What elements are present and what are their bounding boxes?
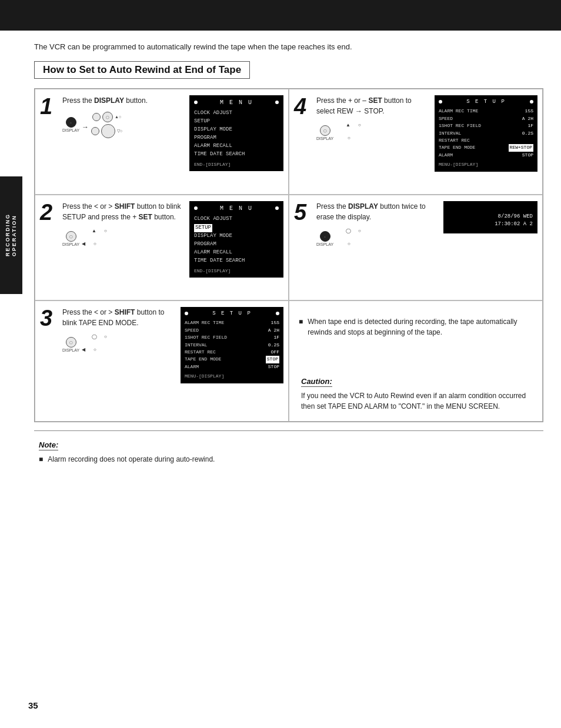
step4-btn-group: ▲ ○ ○ xyxy=(336,122,366,143)
row-tape-end-4: TAPE END MODE REW+STOP xyxy=(439,144,533,151)
step5-c6: ○ xyxy=(348,241,356,249)
step2-circle4: ◀ xyxy=(82,241,90,249)
menu-item-program-2: PROGRAM xyxy=(194,241,279,249)
dot-left-4 xyxy=(439,100,442,103)
row-label: SPEED xyxy=(439,115,453,122)
step2-circle3: ○ xyxy=(104,228,112,236)
step-5-content: Press the DISPLAY button twice to erase … xyxy=(316,201,439,249)
step-4-screen: S E T U P ALARM REC TIME 15S SPEED A 2H … xyxy=(435,95,537,172)
intro-text: The VCR can be programmed to automatical… xyxy=(34,41,543,53)
step4-circle2: ▲ xyxy=(346,122,356,133)
row-val: 0.2S xyxy=(522,130,533,137)
step5-btn-group: ◯ ○ ○ xyxy=(336,228,366,249)
row-label: 1SHOT REC FIELD xyxy=(185,334,227,341)
note-body: Alarm recording does not operate during … xyxy=(48,454,215,465)
menu-item-clock: CLOCK ADJUST xyxy=(194,109,279,118)
step-1-text: Press the DISPLAY button. xyxy=(62,95,185,106)
step2-btn-group: ▲ ○ ◀ ○ xyxy=(82,228,112,249)
note-text: ■ Alarm recording does not operate durin… xyxy=(39,454,539,465)
menu-item-setup-2: SETUP xyxy=(194,224,212,232)
step-4-text: Press the + or – SET button to select RE… xyxy=(316,95,430,116)
step-5-screen: 8/28/96 WED 17:30:02 A 2 xyxy=(443,201,537,233)
dot-right-2 xyxy=(275,206,279,210)
caution-title: Caution: xyxy=(301,377,332,387)
step-4-number: 4 xyxy=(294,95,312,118)
screen-1-title: M E N U xyxy=(220,98,253,108)
menu-item-time: TIME DATE SEARCH xyxy=(194,151,279,159)
step5-c4 xyxy=(336,241,344,249)
step5-display-circle: ▲ xyxy=(320,231,330,242)
note-title: Note: xyxy=(39,440,58,450)
menu-item-display-mode-2: DISPLAY MODE xyxy=(194,232,279,241)
step-2-vcr-panel: ◯ DISPLAY ▲ ○ ◀ ○ xyxy=(62,228,185,249)
row-restart-3: RESTART REC OFF xyxy=(185,349,279,356)
step-1-content: Press the DISPLAY button. ▲ DISPLAY → ◯ … xyxy=(62,95,185,138)
row-label: RESTART REC xyxy=(185,349,216,356)
row-val: A 2H xyxy=(522,115,533,122)
step5-c2: ◯ xyxy=(346,228,356,239)
step5-c1 xyxy=(336,228,344,236)
step-1-vcr-panel: ▲ DISPLAY → ◯ ▲○ ▽○ xyxy=(62,112,185,138)
step-3-screen: S E T U P ALARM REC TIME 15S SPEED A 2H … xyxy=(181,307,283,383)
step-5-number: 5 xyxy=(294,201,312,223)
row-alarm-4: ALARM STOP xyxy=(439,152,533,159)
step-2-number: 2 xyxy=(40,201,58,223)
dot-right-3 xyxy=(276,312,279,315)
note-section: Note: ■ Alarm recording does not operate… xyxy=(34,439,543,465)
arrow-1: → xyxy=(82,123,89,131)
step3-shift-btn: ◀ xyxy=(82,347,90,355)
step3-c1 xyxy=(82,334,90,342)
row-label: 1SHOT REC FIELD xyxy=(439,122,481,129)
row-val: 1F xyxy=(273,334,279,341)
page-number: 35 xyxy=(28,700,38,710)
row-label: TAPE END MODE xyxy=(185,356,221,363)
row-val: 15S xyxy=(271,319,279,326)
step5-c3: ○ xyxy=(358,228,366,236)
btn-circle-sm3 xyxy=(91,127,99,135)
step-2-screen: M E N U CLOCK ADJUST SETUP DISPLAY MODE … xyxy=(189,201,283,278)
step-5-text: Press the DISPLAY button twice to erase … xyxy=(316,201,439,222)
screen-3-title: S E T U P xyxy=(212,310,252,318)
row-label: RESTART REC xyxy=(439,137,470,144)
step2-display-circle: ◯ xyxy=(66,231,76,242)
step2-circle2: ▲ xyxy=(92,228,102,239)
step3-btn-group: ◯ ○ ◀ ○ xyxy=(82,334,112,355)
menu-item-clock-2: CLOCK ADJUST xyxy=(194,215,279,223)
step4-display-btn: ◯ DISPLAY xyxy=(316,125,333,141)
row-alarm-rec-4: ALARM REC TIME 15S xyxy=(439,108,533,115)
menu-item-program: PROGRAM xyxy=(194,134,279,142)
step-2-cell: 2 Press the < or > SHIFT button to blink… xyxy=(35,195,289,300)
screen-3-footer: MENU-[DISPLAY] xyxy=(185,373,279,380)
step4-circle3: ○ xyxy=(358,122,366,131)
dot-right-4 xyxy=(530,100,533,103)
top-banner xyxy=(0,0,561,31)
btn-circle-sm1 xyxy=(92,113,101,121)
btn-circle-lg xyxy=(101,124,115,138)
menu-item-alarm-2: ALARM RECALL xyxy=(194,249,279,257)
vcr-btn-group: ◯ ▲○ ▽○ xyxy=(91,112,122,138)
main-content: The VCR can be programmed to automatical… xyxy=(28,41,549,465)
step-5-cell: 5 Press the DISPLAY button twice to eras… xyxy=(289,195,543,300)
step3-c2: ◯ xyxy=(92,334,102,345)
menu-item-alarm: ALARM RECALL xyxy=(194,142,279,151)
row-label: ALARM xyxy=(185,363,199,370)
step-2-text: Press the < or > SHIFT button to blink S… xyxy=(62,201,185,222)
step4-circle6: ○ xyxy=(348,135,356,143)
screen-4-title: S E T U P xyxy=(466,98,506,106)
row-1shot-3: 1SHOT REC FIELD 1F xyxy=(185,334,279,341)
screen-2-title: M E N U xyxy=(220,204,253,213)
caution-text: If you need the VCR to Auto Rewind even … xyxy=(301,390,530,412)
time-line1: 8/28/96 WED xyxy=(448,213,533,221)
menu-item-setup: SETUP xyxy=(194,118,279,126)
row-1shot-4: 1SHOT REC FIELD 1F xyxy=(439,122,533,129)
row-alarm-rec-3: ALARM REC TIME 15S xyxy=(185,319,279,326)
step3-display-circle: ◯ xyxy=(66,337,76,348)
step4-circle4 xyxy=(336,135,344,143)
display-circle: ▲ xyxy=(66,117,76,128)
dot-left-3 xyxy=(185,312,188,315)
row-val: STOP xyxy=(522,152,533,159)
step-1-screen: M E N U CLOCK ADJUST SETUP DISPLAY MODE … xyxy=(189,95,283,172)
row-restart-4: RESTART REC xyxy=(439,137,533,144)
step3-c3: ○ xyxy=(104,334,112,342)
step-3-content: Press the < or > SHIFT button to blink T… xyxy=(62,307,176,355)
